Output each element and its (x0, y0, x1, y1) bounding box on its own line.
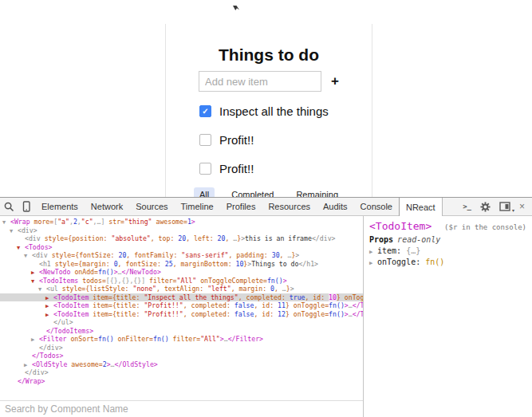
tree-row[interactable]: ▶<NewTodo onAdd=fn()>…</NewTodo> (0, 268, 363, 277)
selected-component-tag: <TodoItem> (369, 220, 432, 232)
tree-token: "All" (200, 335, 220, 343)
tree-token: item={title: (93, 293, 144, 301)
todo-checkbox[interactable] (199, 163, 211, 175)
filter-button-completed[interactable]: Completed (226, 187, 279, 197)
tree-token: } onToggle= (286, 310, 329, 318)
filter-button-all[interactable]: All (194, 187, 215, 197)
prop-name: item: (377, 246, 406, 255)
prop-value: fn() (425, 258, 444, 266)
todo-checkbox[interactable] (199, 134, 211, 146)
tree-token: 12 (278, 310, 286, 318)
props-label: Props (369, 235, 393, 244)
tab-profiles[interactable]: Profiles (220, 198, 262, 215)
tree-row[interactable]: </div> (0, 368, 363, 377)
tree-row[interactable]: ▼<Todos> (0, 243, 363, 252)
tree-row[interactable]: <h1 style={margin: 0, fontSize: 25, marg… (0, 260, 363, 269)
tree-token: false (234, 301, 254, 309)
tree-token: "left" (207, 285, 231, 293)
tree-token: > (191, 218, 195, 226)
tree-token: 25 (165, 260, 173, 268)
tree-token: 20 (118, 251, 126, 259)
todo-list: Inspect all the thingsProfit!!Profit!! (166, 104, 372, 175)
tree-row[interactable]: ▶<Filter onSort=fn() onFilter=fn() filte… (0, 335, 363, 344)
prop-row: ▶onToggle: fn() (369, 258, 526, 266)
tree-row[interactable]: </TodoItems> (0, 327, 363, 336)
device-mode-icon[interactable] (18, 198, 35, 215)
tree-token: "Inspect all the things" (144, 293, 238, 301)
tree-row[interactable]: ▼<div> (0, 226, 363, 235)
tree-row[interactable]: ▼<ul style={listStyle: "none", textAlign… (0, 285, 363, 293)
tab-timeline[interactable]: Timeline (175, 198, 220, 215)
tree-row[interactable]: </Todos> (0, 352, 363, 360)
tree-token: </ul> (53, 318, 73, 326)
tree-token: </div> (39, 344, 63, 352)
tree-token: fn() (98, 268, 114, 276)
tree-token: <Wrap (10, 218, 34, 226)
todo-item: Profit!! (166, 162, 372, 175)
settings-gear-icon[interactable] (480, 202, 491, 212)
tree-row[interactable]: <div style={position: "absolute", top: 2… (0, 234, 363, 243)
tree-token: , (274, 285, 282, 293)
todo-item: Profit!! (166, 133, 372, 147)
tree-token: <TodoItem (53, 310, 93, 318)
tree-row[interactable]: ▼<TodoItems todos=[{},{},{}] filter="All… (0, 277, 363, 285)
tree-token: > (290, 285, 294, 293)
console-drawer-icon[interactable]: >_ (463, 203, 471, 210)
tree-row[interactable]: </div> (0, 344, 363, 352)
todo-checkbox[interactable] (199, 105, 211, 117)
disclosure-arrow-icon[interactable]: ▼ (24, 252, 32, 261)
tree-row[interactable]: </Wrap> (0, 377, 363, 386)
disclosure-arrow-icon[interactable]: ▼ (38, 285, 46, 294)
disclosure-arrow-icon[interactable]: ▶ (369, 260, 377, 266)
tree-row[interactable]: </ul> (0, 318, 363, 327)
tab-network[interactable]: Network (85, 198, 129, 215)
filter-button-remaining[interactable]: Remaining (290, 187, 344, 197)
close-devtools-icon[interactable]: × (519, 202, 525, 211)
props-list: ▶item: {…}▶onToggle: fn() (369, 246, 526, 266)
tree-token: fn() (329, 301, 345, 309)
tree-token: > (295, 251, 299, 259)
add-item-button[interactable]: + (331, 73, 339, 89)
tree-token: </div> (25, 368, 49, 376)
tab-resources[interactable]: Resources (262, 198, 317, 215)
inspect-element-icon[interactable] (0, 198, 18, 215)
tree-token: , left: (186, 234, 217, 242)
tree-token: , (280, 251, 288, 259)
disclosure-arrow-icon[interactable]: ▶ (31, 269, 39, 277)
tab-console[interactable]: Console (354, 198, 399, 215)
todo-item: Inspect all the things (166, 104, 372, 118)
tree-token: "Profit!!" (144, 310, 183, 318)
tree-token: <div (25, 234, 45, 242)
devtools-panel: ElementsNetworkSourcesTimelineProfilesRe… (0, 197, 532, 417)
disclosure-arrow-icon[interactable]: ▶ (45, 302, 53, 311)
tree-token: Things to do (251, 260, 298, 268)
component-search-input[interactable] (0, 402, 363, 416)
tree-token: "a" (57, 218, 69, 226)
disclosure-arrow-icon[interactable]: ▶ (31, 336, 39, 344)
tree-token: </To (353, 301, 363, 309)
tree-token: 11 (278, 301, 286, 309)
tree-token: , id: (305, 293, 329, 301)
component-tree-pane: ▼<Wrap more=["a",2,"c",…] str="thing" aw… (0, 216, 363, 417)
todo-item-label: Profit!! (219, 133, 254, 147)
tree-token: </Filter> (228, 335, 263, 343)
tree-row[interactable]: ▶<TodoItem item={title: "Inspect all the… (0, 293, 363, 302)
tab-nreact[interactable]: NReact (399, 198, 443, 216)
tree-token: } onTogg (337, 293, 363, 301)
tab-elements[interactable]: Elements (35, 198, 85, 215)
tree-row[interactable]: ▶<TodoItem item={title: "Profit!!", comp… (0, 301, 363, 310)
disclosure-arrow-icon[interactable]: ▼ (2, 218, 10, 227)
tree-token: style={fontSize: (52, 251, 119, 259)
disclosure-arrow-icon[interactable]: ▶ (369, 249, 377, 255)
tree-token: </TodoItems> (46, 327, 93, 335)
tree-row[interactable]: ▶<OldStyle awesome=2>…</OldStyle> (0, 360, 363, 369)
tree-row[interactable]: ▼<Wrap more=["a",2,"c",…] str="thing" aw… (0, 218, 363, 226)
tab-audits[interactable]: Audits (317, 198, 354, 215)
tree-token: </Todos> (32, 352, 63, 360)
tab-sources[interactable]: Sources (129, 198, 174, 215)
dock-side-icon[interactable]: ▾ (499, 202, 510, 211)
tree-row[interactable]: ▶<TodoItem item={title: "Profit!!", comp… (0, 310, 363, 319)
tree-token: onToggleComplete= (196, 277, 267, 285)
add-item-input[interactable] (199, 71, 321, 92)
tree-row[interactable]: ▼<div style={fontSize: 20, fontFamily: "… (0, 251, 363, 260)
